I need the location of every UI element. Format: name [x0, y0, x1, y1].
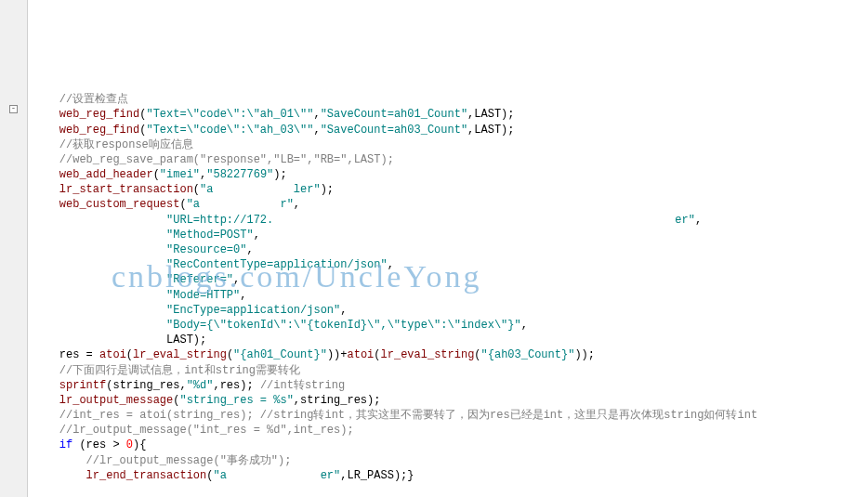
code-line: "URL=http://172. er", — [33, 213, 868, 228]
code-line: //下面四行是调试信息，int和string需要转化 — [33, 363, 868, 378]
code-token: ,LR_PASS);} — [340, 469, 414, 482]
code-token: ( — [474, 348, 480, 361]
code-line: web_reg_find("Text=\"code\":\"ah_03\"","… — [33, 123, 868, 137]
code-token: web_add_header — [59, 168, 153, 181]
code-token: ,string_res); — [294, 394, 381, 407]
code-token: //int_res = atoi(string_res); //string转i… — [59, 409, 757, 422]
code-token: ( — [193, 183, 200, 196]
code-token: "Body={\"tokenId\":\"{tokenId}\",\"type\… — [166, 319, 521, 332]
code-token: //lr_output_message("事务成功"); — [86, 454, 292, 467]
code-token: LAST); — [166, 334, 206, 347]
code-line: "Referer=", — [33, 272, 868, 287]
code-token: (res > — [72, 438, 126, 451]
code-token: ,LAST); — [467, 124, 514, 137]
code-token: lr_eval_string — [381, 348, 475, 361]
code-token: "RecContentType=application/json" — [166, 258, 388, 271]
code-token: atoi — [99, 348, 126, 361]
code-token: lr_start_transaction — [59, 183, 193, 196]
code-token: //下面四行是调试信息，int和string需要转化 — [59, 364, 300, 377]
code-token: //设置检查点 — [59, 93, 128, 106]
code-token: ,LAST); — [467, 108, 514, 121]
code-token: , — [695, 214, 702, 227]
code-token: , — [340, 304, 347, 317]
code-token: "a ler" — [200, 183, 321, 196]
code-line: //lr_output_message("int_res = %d",int_r… — [33, 423, 868, 438]
code-token: ){ — [133, 438, 146, 451]
code-token: , — [521, 319, 528, 332]
code-token: ( — [227, 348, 233, 361]
code-token: , — [246, 243, 253, 256]
code-line: //设置检查点 — [33, 92, 868, 107]
code-token: sprintf — [59, 379, 106, 392]
code-token: "URL=http://172. er" — [166, 214, 695, 227]
code-token: "imei" — [160, 168, 200, 181]
code-token: "Text=\"code\":\"ah_03\"" — [146, 124, 313, 137]
code-token: "a r" — [187, 198, 294, 211]
code-editor-content: //设置检查点 web_reg_find("Text=\"code\":\"ah… — [33, 90, 868, 497]
code-token: "Resource=0" — [166, 243, 246, 256]
code-token: , — [233, 273, 240, 286]
code-token: , — [254, 229, 260, 242]
code-line: "Body={\"tokenId\":\"{tokenId}\",\"type\… — [33, 318, 868, 333]
code-line: //int_res = atoi(string_res); //string转i… — [33, 408, 868, 423]
code-line: //lr_output_message("事务成功"); — [33, 453, 868, 468]
code-token: "Referer=" — [166, 273, 233, 286]
code-token: "{ah03_Count}" — [481, 348, 575, 361]
code-line: "EncType=application/json", — [33, 303, 868, 318]
code-token: if — [59, 438, 72, 451]
code-token: "Text=\"code\":\"ah_01\"" — [146, 108, 313, 121]
code-line: "RecContentType=application/json", — [33, 257, 868, 272]
code-token: lr_output_message — [59, 394, 173, 407]
code-token: res = — [59, 348, 99, 361]
code-token: , — [313, 108, 320, 121]
code-token: "SaveCount=ah01_Count" — [321, 108, 467, 121]
code-token: web_reg_find — [59, 124, 139, 137]
code-token: "SaveCount=ah03_Count" — [321, 124, 467, 137]
code-token: , — [313, 124, 320, 137]
code-line: lr_output_message("string_res = %s",stri… — [33, 393, 868, 408]
code-token: "%d" — [187, 379, 214, 392]
code-line: if (res > 0){ — [33, 438, 868, 452]
code-token: "EncType=application/json" — [166, 304, 340, 317]
code-token: ); — [321, 183, 334, 196]
code-line: "Method=POST", — [33, 228, 868, 242]
code-token: "string_res = %s" — [179, 394, 293, 407]
code-token: lr_end_transaction — [86, 469, 207, 482]
code-token: web_reg_find — [59, 108, 139, 121]
code-line: lr_start_transaction("a ler"); — [33, 182, 868, 197]
code-token: //获取response响应信息 — [59, 138, 193, 151]
code-token: )); — [574, 348, 595, 361]
code-line: web_add_header("imei","58227769"); — [33, 167, 868, 182]
code-token — [33, 484, 39, 497]
code-token: "58227769" — [206, 168, 273, 181]
code-token: ( — [126, 348, 133, 361]
code-token: //web_reg_save_param("response","LB=","R… — [59, 153, 394, 166]
code-token: ( — [179, 198, 186, 211]
code-token: //int转string — [260, 379, 345, 392]
code-token: , — [240, 289, 246, 302]
code-token: 0 — [126, 438, 133, 451]
code-token: ,res); — [213, 379, 259, 392]
code-line: //获取response响应信息 — [33, 137, 868, 152]
code-line: LAST); — [33, 333, 868, 347]
code-token: , — [294, 198, 300, 211]
code-token: "Mode=HTTP" — [166, 289, 240, 302]
code-token: ( — [374, 348, 380, 361]
code-token: atoi — [348, 348, 375, 361]
code-token: (string_res, — [106, 379, 186, 392]
code-token: ))+ — [327, 348, 348, 361]
code-token: ); — [273, 168, 286, 181]
code-line: "Mode=HTTP", — [33, 288, 868, 303]
code-token: //lr_output_message("int_res = %d",int_r… — [59, 424, 354, 437]
editor-gutter: - — [0, 0, 28, 497]
code-line: //web_reg_save_param("response","LB=","R… — [33, 152, 868, 167]
code-token: lr_eval_string — [133, 348, 227, 361]
code-line: lr_end_transaction("a er",LR_PASS);} — [33, 468, 868, 483]
code-line: "Resource=0", — [33, 242, 868, 257]
code-line — [33, 483, 868, 497]
code-line: res = atoi(lr_eval_string("{ah01_Count}"… — [33, 347, 868, 362]
code-token: "Method=POST" — [166, 229, 254, 242]
fold-marker-icon[interactable]: - — [9, 105, 18, 113]
code-line: sprintf(string_res,"%d",res); //int转stri… — [33, 378, 868, 393]
code-token: "a er" — [213, 469, 340, 482]
